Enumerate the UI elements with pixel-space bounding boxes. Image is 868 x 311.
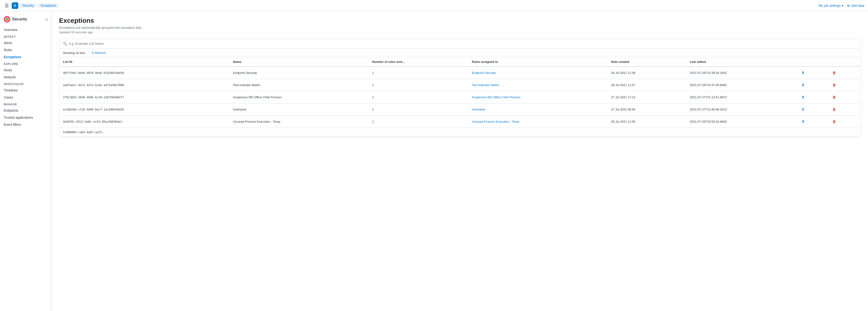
- cell-delete-action[interactable]: 🗑: [828, 66, 860, 79]
- table-row: 2f8c56d1-3836-4ddb-bc29-e36f58d40ef7 Sus…: [59, 91, 860, 104]
- sidebar-item-hosts[interactable]: Hosts: [0, 66, 51, 74]
- cell-rules-link: [468, 128, 607, 137]
- topbar-left: ☰ D Security › Exceptions: [4, 2, 58, 9]
- export-button[interactable]: ⬆: [801, 94, 805, 101]
- col-delete: [828, 57, 860, 66]
- export-icon: ⬆: [802, 70, 805, 75]
- breadcrumb-separator: ›: [37, 4, 38, 7]
- cell-date-created: 28 Jul 2021 11:39: [607, 66, 686, 79]
- col-export: [797, 57, 828, 66]
- export-button[interactable]: ⬆: [801, 70, 805, 76]
- cell-id: ec56b5bb-c7a5-4e09-becf-1ac54043bd35: [59, 104, 229, 116]
- col-last-edited: Last edited: [686, 57, 797, 66]
- cell-id: aabfae2c-9a72-427a-bc0a-a471d38e7080: [59, 79, 229, 91]
- table-header-row: List ID Name Number of rules assi... Rul…: [59, 57, 860, 66]
- sidebar-item-overview[interactable]: Overview: [0, 26, 51, 33]
- cell-delete-action: [828, 128, 860, 137]
- elastic-logo-icon: [4, 16, 10, 23]
- cell-rules-link[interactable]: Suspicious MS Office Child Process: [468, 91, 607, 104]
- cell-last-edited: 2021-07-27T21:13:51.887Z: [686, 91, 797, 104]
- layout: Security ◁ Overview Detect Alerts Rules …: [0, 11, 868, 311]
- table-controls-divider: |: [88, 51, 89, 55]
- ml-job-settings-button[interactable]: ML job settings ▾: [818, 4, 843, 7]
- breadcrumb-security[interactable]: Security: [20, 3, 36, 8]
- cell-delete-action[interactable]: 🗑: [828, 79, 860, 91]
- sidebar-item-endpoints[interactable]: Endpoints: [0, 107, 51, 114]
- refresh-button[interactable]: ↻ Refresh: [92, 51, 106, 55]
- cell-export-action[interactable]: ⬆: [797, 79, 828, 91]
- cell-export-action[interactable]: ⬆: [797, 104, 828, 116]
- cell-date-created: 27 Jul 2021 08:40: [607, 104, 686, 116]
- cell-last-edited: 2021-07-27T12:40:06.441Z: [686, 104, 797, 116]
- cell-last-edited: 2021-07-28T15:39:34.264Z: [686, 66, 797, 79]
- table-row: ec56b5bb-c7a5-4e09-becf-1ac54043bd35 hos…: [59, 104, 860, 116]
- sidebar-section-explore: Explore: [0, 60, 51, 66]
- export-button[interactable]: ⬆: [801, 82, 805, 88]
- sidebar-item-rules[interactable]: Rules: [0, 47, 51, 54]
- delete-icon: 🗑: [832, 107, 836, 112]
- add-data-button[interactable]: ⊞ Add data: [847, 4, 864, 7]
- chevron-down-icon: ▾: [841, 4, 843, 7]
- col-rules-count: Number of rules assi...: [368, 57, 468, 66]
- cell-delete-action[interactable]: 🗑: [828, 91, 860, 104]
- search-bar: 🔍: [59, 39, 860, 49]
- cell-delete-action[interactable]: 🗑: [828, 104, 860, 116]
- sidebar-item-timelines[interactable]: Timelines: [0, 87, 51, 94]
- cell-rules-link[interactable]: Endpoint Security: [468, 66, 607, 79]
- sidebar-section-detect: Detect: [0, 33, 51, 39]
- table-row: 4a5835c-8312-4a0c-ac53-85ac5683b4e1 Unus…: [59, 116, 860, 128]
- delete-icon: 🗑: [832, 83, 836, 87]
- page-subtitle: Exceptions are automatically grouped int…: [59, 26, 861, 30]
- sidebar-item-exceptions[interactable]: Exceptions: [0, 54, 51, 60]
- page-title: Exceptions: [59, 17, 861, 24]
- app-icon: D: [12, 2, 18, 9]
- delete-button[interactable]: 🗑: [832, 94, 837, 101]
- cell-rules-count: 1: [368, 79, 468, 91]
- sidebar-item-trusted-applications[interactable]: Trusted applications: [0, 114, 51, 121]
- col-list-id: List ID: [59, 57, 229, 66]
- cell-name: Endpoint Security: [229, 66, 368, 79]
- breadcrumb-exceptions[interactable]: Exceptions: [39, 3, 58, 8]
- export-button[interactable]: ⬆: [801, 106, 805, 113]
- cell-id: 53889903-cab3-4a07-aaf5-: [59, 128, 229, 137]
- sidebar-item-alerts[interactable]: Alerts: [0, 39, 51, 47]
- delete-button[interactable]: 🗑: [832, 82, 837, 88]
- cell-delete-action[interactable]: 🗑: [828, 116, 860, 128]
- sidebar-section-investigate: Investigate: [0, 81, 51, 87]
- main-content: Exceptions Exceptions are automatically …: [52, 11, 868, 311]
- export-icon: ⬆: [802, 95, 805, 100]
- cell-export-action[interactable]: ⬆: [797, 116, 828, 128]
- sidebar-item-event-filters[interactable]: Event filters: [0, 121, 51, 128]
- breadcrumb: Security › Exceptions: [20, 3, 58, 8]
- table-row: 53889903-cab3-4a07-aaf5-: [59, 128, 860, 137]
- sidebar-title: Security: [12, 17, 27, 21]
- svg-point-2: [6, 18, 8, 20]
- cell-rules-count: 1: [368, 91, 468, 104]
- cell-id: 2f8c56d1-3836-4ddb-bc29-e36f58d40ef7: [59, 91, 229, 104]
- export-button[interactable]: ⬆: [801, 118, 805, 125]
- cell-rules-link[interactable]: hostname: [468, 104, 607, 116]
- sidebar-item-network[interactable]: Network: [0, 74, 51, 81]
- sidebar-collapse-button[interactable]: ◁: [45, 17, 48, 22]
- delete-button[interactable]: 🗑: [832, 119, 837, 125]
- cell-rules-count: 1: [368, 116, 468, 128]
- delete-icon: 🗑: [832, 71, 836, 75]
- cell-name: hostname: [229, 104, 368, 116]
- cell-export-action[interactable]: ⬆: [797, 66, 828, 79]
- cell-last-edited: 2021-07-26T15:50:42.884Z: [686, 116, 797, 128]
- search-input[interactable]: [69, 42, 857, 46]
- cell-export-action[interactable]: ⬆: [797, 91, 828, 104]
- hamburger-button[interactable]: ☰: [4, 2, 10, 9]
- delete-button[interactable]: 🗑: [832, 107, 837, 113]
- delete-button[interactable]: 🗑: [832, 70, 837, 76]
- col-rules-assigned: Rules assigned to: [468, 57, 607, 66]
- cell-date-created: 26 Jul 2021 11:50: [607, 116, 686, 128]
- cell-name: [229, 128, 368, 137]
- refresh-icon: ↻: [92, 51, 94, 55]
- cell-rules-link[interactable]: Unusual Process Execution - Temp: [468, 116, 607, 128]
- sidebar-item-cases[interactable]: Cases: [0, 94, 51, 101]
- table-row: aabfae2c-9a72-427a-bc0a-a471d38e7080 Tes…: [59, 79, 860, 91]
- col-name: Name: [229, 57, 368, 66]
- cell-rules-link[interactable]: Test Indicator Match: [468, 79, 607, 91]
- export-icon: ⬆: [802, 83, 805, 87]
